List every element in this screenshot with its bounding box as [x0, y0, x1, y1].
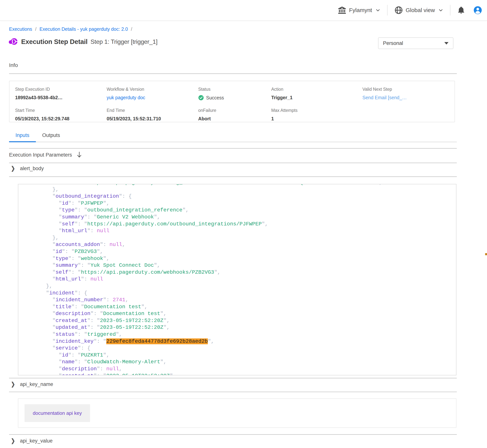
info-field-status: Status Success	[198, 87, 271, 101]
info-card: Step Execution ID 18992a43-9538-4b2… Wor…	[9, 81, 455, 122]
info-field-valid-next-step: Valid Next Step Send Email [send_…	[362, 87, 455, 101]
info-heading: Info	[9, 62, 18, 68]
view-menu[interactable]: Global view	[394, 6, 443, 15]
section-divider	[9, 176, 457, 177]
param-label: alert_body	[20, 166, 44, 171]
check-circle-icon	[198, 95, 204, 101]
chevron-right-icon: ❯	[11, 381, 15, 388]
page-title: Execution Step Detail	[21, 38, 88, 46]
scope-select[interactable]: Personal	[378, 37, 453, 49]
org-menu[interactable]: Fylamynt	[338, 6, 380, 15]
param-row-api-key-name[interactable]: ❯ api_key_name	[11, 381, 53, 387]
workflow-link[interactable]: yuk pagerduty doc	[107, 95, 145, 100]
param-label: api_key_name	[20, 381, 53, 387]
info-field-action: Action Trigger_1	[271, 87, 362, 101]
alert-body-json-viewer[interactable]: "self": "https://api.pagerduty.com/log_e…	[18, 184, 456, 375]
section-divider	[9, 148, 457, 149]
chevron-right-icon: ❯	[11, 165, 15, 172]
top-navigation-bar: Fylamynt Global view	[0, 0, 487, 21]
breadcrumb-separator: /	[131, 26, 132, 32]
view-label: Global view	[406, 7, 435, 13]
chevron-down-icon	[375, 8, 380, 13]
app-logo-icon	[8, 37, 18, 46]
scrollbar-find-marker	[485, 253, 487, 255]
execution-step-detail-page: Fylamynt Global view Executions / Execut…	[0, 0, 487, 448]
info-field-onfailure: onFailure Abort	[198, 108, 271, 122]
status-badge: Success	[198, 95, 271, 101]
step-execution-id-value: 18992a43-9538-4b2…	[15, 95, 107, 100]
api-key-name-card: documentation api key	[18, 398, 456, 428]
section-divider	[9, 378, 457, 378]
info-field-start-time: Start Time 05/19/2023, 15:52:29.748	[15, 108, 107, 122]
param-row-alert-body[interactable]: ❯ alert_body	[11, 166, 44, 171]
breadcrumb: Executions / Execution Details - yuk pag…	[9, 26, 132, 32]
tabs: Inputs Outputs	[9, 132, 457, 142]
section-divider	[9, 73, 457, 74]
param-label: api_key_value	[20, 438, 53, 444]
chevron-right-icon: ❯	[11, 438, 15, 444]
tab-outputs[interactable]: Outputs	[36, 132, 67, 142]
bank-icon	[338, 6, 346, 15]
topbar-divider	[387, 5, 388, 16]
caret-down-icon	[444, 42, 448, 45]
section-divider	[9, 434, 457, 435]
org-label: Fylamynt	[349, 7, 372, 13]
chevron-down-icon	[438, 8, 443, 13]
avatar[interactable]	[473, 6, 482, 15]
section-divider	[9, 392, 457, 392]
params-header-row: Execution Input Parameters	[9, 152, 82, 158]
scope-select-value: Personal	[383, 40, 403, 46]
info-field-end-time: End Time 05/19/2023, 15:52:31.710	[107, 108, 198, 122]
breadcrumb-link-executions[interactable]: Executions	[9, 26, 32, 32]
info-field-step-execution-id: Step Execution ID 18992a43-9538-4b2…	[15, 87, 107, 101]
info-field-workflow-version: Workflow & Version yuk pagerduty doc	[107, 87, 198, 101]
globe-icon	[394, 6, 403, 15]
param-row-api-key-value[interactable]: ❯ api_key_value	[11, 438, 52, 444]
info-field-max-attempts: Max Attempts 1	[271, 108, 362, 122]
params-header-title: Execution Input Parameters	[9, 152, 72, 158]
next-step-link[interactable]: Send Email [send_…	[362, 95, 407, 100]
page-title-row: Execution Step Detail Step 1: Trigger [t…	[8, 37, 157, 46]
tab-inputs[interactable]: Inputs	[9, 132, 36, 142]
json-code: "self": "https://api.pagerduty.com/log_e…	[18, 184, 456, 375]
api-key-name-chip: documentation api key	[24, 404, 90, 422]
section-divider	[9, 163, 457, 163]
notifications-button[interactable]	[457, 6, 465, 14]
download-icon[interactable]	[77, 152, 82, 158]
breadcrumb-link-execution-details[interactable]: Execution Details - yuk pagerduty doc: 2…	[40, 26, 128, 32]
bell-icon	[457, 6, 465, 14]
page-subtitle: Step 1: Trigger [trigger_1]	[91, 38, 158, 45]
topbar-divider	[450, 5, 450, 16]
breadcrumb-separator: /	[35, 26, 36, 32]
